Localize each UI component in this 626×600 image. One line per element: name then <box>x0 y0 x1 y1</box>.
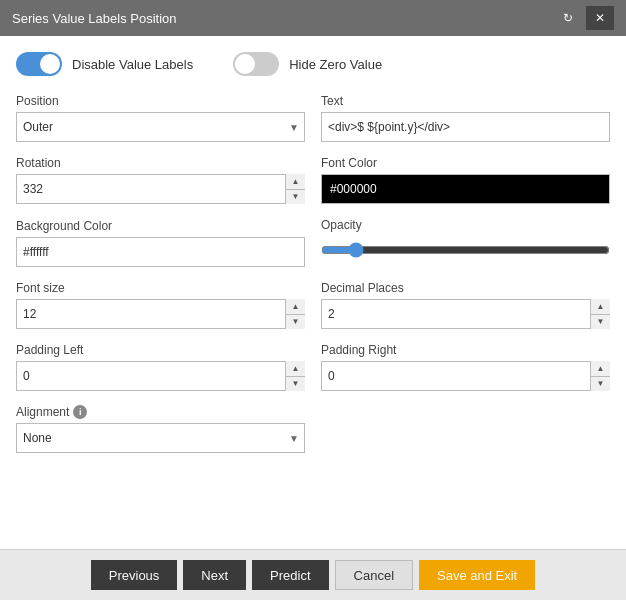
padding-right-increment[interactable]: ▲ <box>591 361 610 377</box>
rotation-spinner: ▲ ▼ <box>16 174 305 204</box>
rotation-decrement[interactable]: ▼ <box>286 190 305 205</box>
bgcolor-label: Background Color <box>16 219 305 233</box>
alignment-row: Alignment i None Left Center Right ▼ <box>16 405 610 453</box>
position-select-wrapper: Outer Inner Center ▼ <box>16 112 305 142</box>
close-icon: ✕ <box>595 11 605 25</box>
padding-left-spinner-btns: ▲ ▼ <box>285 361 305 391</box>
decimal-increment[interactable]: ▲ <box>591 299 610 315</box>
padding-left-decrement[interactable]: ▼ <box>286 377 305 392</box>
alignment-col: Alignment i None Left Center Right ▼ <box>16 405 305 453</box>
decimal-col: Decimal Places ▲ ▼ <box>321 281 610 329</box>
cancel-button[interactable]: Cancel <box>335 560 413 590</box>
opacity-col: Opacity <box>321 218 610 267</box>
position-select[interactable]: Outer Inner Center <box>16 112 305 142</box>
position-label: Position <box>16 94 305 108</box>
fontsize-col: Font size ▲ ▼ <box>16 281 305 329</box>
bgcolor-col: Background Color <box>16 219 305 267</box>
rotation-increment[interactable]: ▲ <box>286 174 305 190</box>
text-col: Text <box>321 94 610 142</box>
font-color-col: Font Color #000000 <box>321 156 610 204</box>
disable-value-labels-label: Disable Value Labels <box>72 57 193 72</box>
decimal-spinner-btns: ▲ ▼ <box>590 299 610 329</box>
opacity-slider[interactable] <box>321 242 610 258</box>
hide-zero-value-group: Hide Zero Value <box>233 52 382 76</box>
padding-left-label: Padding Left <box>16 343 305 357</box>
fontsize-label: Font size <box>16 281 305 295</box>
bottom-bar: Previous Next Predict Cancel Save and Ex… <box>0 549 626 600</box>
padding-row: Padding Left ▲ ▼ Padding Right ▲ ▼ <box>16 343 610 391</box>
padding-right-input[interactable] <box>321 361 610 391</box>
padding-right-label: Padding Right <box>321 343 610 357</box>
text-input[interactable] <box>321 112 610 142</box>
rotation-spinner-btns: ▲ ▼ <box>285 174 305 204</box>
disable-value-labels-group: Disable Value Labels <box>16 52 193 76</box>
fontsize-decimal-row: Font size ▲ ▼ Decimal Places ▲ ▼ <box>16 281 610 329</box>
padding-right-spinner: ▲ ▼ <box>321 361 610 391</box>
padding-left-increment[interactable]: ▲ <box>286 361 305 377</box>
rotation-input[interactable] <box>16 174 305 204</box>
fontsize-increment[interactable]: ▲ <box>286 299 305 315</box>
alignment-select-wrapper: None Left Center Right ▼ <box>16 423 305 453</box>
titlebar: Series Value Labels Position ↻ ✕ <box>0 0 626 36</box>
rotation-col: Rotation ▲ ▼ <box>16 156 305 204</box>
alignment-select[interactable]: None Left Center Right <box>16 423 305 453</box>
rotation-label: Rotation <box>16 156 305 170</box>
refresh-button[interactable]: ↻ <box>554 6 582 30</box>
toggle-row: Disable Value Labels Hide Zero Value <box>16 52 610 76</box>
content-area: Disable Value Labels Hide Zero Value Pos… <box>0 36 626 549</box>
fontsize-spinner: ▲ ▼ <box>16 299 305 329</box>
decimal-label: Decimal Places <box>321 281 610 295</box>
decimal-decrement[interactable]: ▼ <box>591 315 610 330</box>
bgcolor-opacity-row: Background Color Opacity <box>16 218 610 267</box>
titlebar-actions: ↻ ✕ <box>554 6 614 30</box>
position-col: Position Outer Inner Center ▼ <box>16 94 305 142</box>
fontsize-decrement[interactable]: ▼ <box>286 315 305 330</box>
toggle-thumb-disable <box>40 54 60 74</box>
padding-right-spinner-btns: ▲ ▼ <box>590 361 610 391</box>
hide-zero-value-toggle[interactable] <box>233 52 279 76</box>
previous-button[interactable]: Previous <box>91 560 178 590</box>
text-label: Text <box>321 94 610 108</box>
padding-left-spinner: ▲ ▼ <box>16 361 305 391</box>
close-button[interactable]: ✕ <box>586 6 614 30</box>
bgcolor-input[interactable] <box>16 237 305 267</box>
decimal-input[interactable] <box>321 299 610 329</box>
save-exit-button[interactable]: Save and Exit <box>419 560 535 590</box>
font-color-picker[interactable]: #000000 <box>321 174 610 204</box>
padding-left-col: Padding Left ▲ ▼ <box>16 343 305 391</box>
position-text-row: Position Outer Inner Center ▼ Text <box>16 94 610 142</box>
decimal-spinner: ▲ ▼ <box>321 299 610 329</box>
next-button[interactable]: Next <box>183 560 246 590</box>
disable-value-labels-toggle[interactable] <box>16 52 62 76</box>
alignment-label: Alignment i <box>16 405 305 419</box>
refresh-icon: ↻ <box>563 11 573 25</box>
predict-button[interactable]: Predict <box>252 560 328 590</box>
fontsize-spinner-btns: ▲ ▼ <box>285 299 305 329</box>
fontsize-input[interactable] <box>16 299 305 329</box>
hide-zero-value-label: Hide Zero Value <box>289 57 382 72</box>
padding-left-input[interactable] <box>16 361 305 391</box>
rotation-fontcolor-row: Rotation ▲ ▼ Font Color #000000 <box>16 156 610 204</box>
window-title: Series Value Labels Position <box>12 11 177 26</box>
padding-right-decrement[interactable]: ▼ <box>591 377 610 392</box>
alignment-info-icon[interactable]: i <box>73 405 87 419</box>
padding-right-col: Padding Right ▲ ▼ <box>321 343 610 391</box>
main-window: Series Value Labels Position ↻ ✕ Disable… <box>0 0 626 600</box>
opacity-label: Opacity <box>321 218 610 232</box>
font-color-label: Font Color <box>321 156 610 170</box>
font-color-value: #000000 <box>330 182 377 196</box>
